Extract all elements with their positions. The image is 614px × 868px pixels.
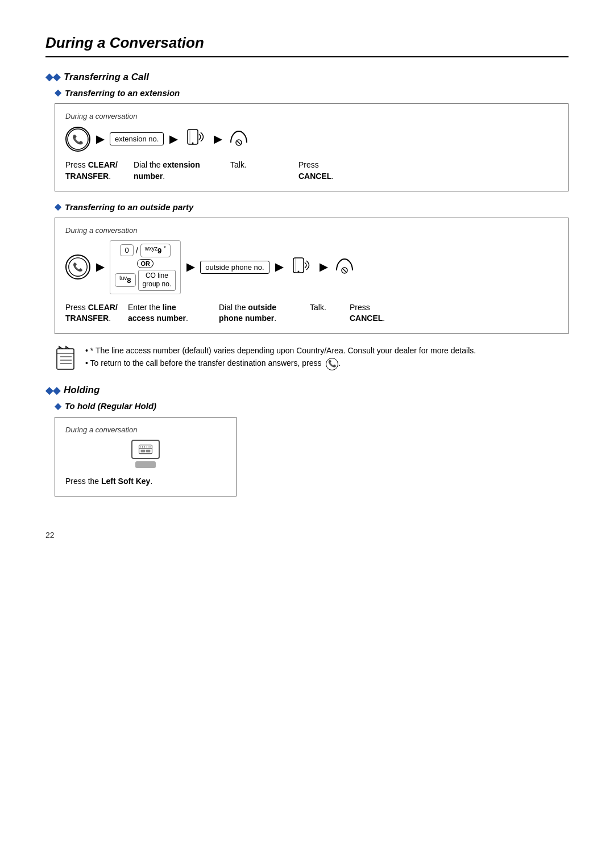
talk-icon-2	[289, 254, 314, 280]
page-number: 22	[45, 531, 569, 540]
caption-clear-transfer: Press CLEAR/TRANSFER.	[65, 160, 134, 182]
key-8-btn: tuv8	[115, 273, 136, 286]
hold-diagram-label: During a conversation	[65, 425, 226, 434]
talk-svg-2	[289, 254, 314, 276]
section-holding-header: ◆◆ Holding	[45, 385, 569, 397]
hold-icon-area	[65, 440, 226, 468]
caption-dial-extension: Dial the extensionnumber.	[134, 160, 230, 182]
notepad-svg	[55, 345, 77, 370]
extension-no-button: extension no.	[110, 132, 164, 145]
arrow-4: ▶	[96, 261, 104, 273]
section-holding-label: Holding	[64, 385, 99, 396]
diamonds-icon: ◆◆	[45, 71, 60, 83]
slash-sep: /	[136, 245, 138, 255]
caption-talk-1: Talk.	[230, 160, 298, 171]
diamond-icon-hold: ◆	[55, 401, 61, 411]
outside-diagram-label: During a conversation	[65, 226, 558, 235]
section-transferring-label: Transferring a Call	[64, 72, 149, 83]
svg-rect-19	[139, 445, 152, 453]
extension-flow-row: 📞 ▶ extension no. ▶ ▶	[65, 126, 558, 152]
hold-diagram-box: During a conversation P	[55, 417, 237, 497]
cancel-svg-1	[227, 127, 250, 148]
cancel-icon-1	[227, 127, 250, 152]
caption-enter-line: Enter the lineaccess number.	[128, 302, 219, 324]
sub-section-outside-label: Transferring to an outside party	[65, 202, 193, 212]
clear-transfer-phone-icon: 📞	[65, 127, 90, 152]
key-bottom: tuv8 CO line group no.	[115, 270, 176, 291]
sub-section-hold-label: To hold (Regular Hold)	[65, 401, 156, 411]
svg-rect-14	[57, 349, 74, 369]
extension-diagram-label: During a conversation	[65, 112, 558, 120]
cancel-icon-2	[333, 254, 356, 279]
phone-svg-2: 📞	[68, 257, 88, 277]
arrow-1: ▶	[96, 133, 104, 145]
phone-icon-inline: 📞	[326, 358, 338, 370]
phone-svg-1: 📞	[67, 128, 89, 151]
note-icon	[55, 345, 77, 374]
svg-text:📞: 📞	[72, 134, 84, 145]
outside-phone-no-button: outside phone no.	[200, 261, 269, 274]
svg-text:📞: 📞	[73, 262, 83, 273]
arrow-2: ▶	[169, 133, 177, 145]
talk-svg-1	[183, 126, 208, 148]
key-group-outside: 0 / wxyz9 * OR tuv8 CO line group no.	[110, 240, 181, 294]
arrow-5: ▶	[186, 261, 194, 273]
hold-gray-button	[135, 461, 156, 468]
diamond-icon-outside: ◆	[55, 202, 61, 212]
svg-rect-9	[293, 258, 304, 273]
caption-talk-2: Talk.	[310, 302, 350, 314]
sub-section-outside: ◆ Transferring to an outside party	[55, 202, 569, 212]
or-badge: OR	[137, 259, 154, 268]
svg-rect-22	[146, 450, 151, 453]
caption-press-cancel-1: PressCANCEL.	[298, 160, 334, 182]
notes-box: • * The line access number (default) var…	[55, 344, 569, 374]
sub-section-extension: ◆ Transferring to an extension	[55, 87, 569, 98]
key-top: 0 / wxyz9 *	[120, 244, 170, 257]
soft-key-svg	[138, 443, 153, 456]
arrow-6: ▶	[275, 261, 283, 273]
svg-line-13	[343, 269, 346, 272]
key-0-btn: 0	[120, 244, 133, 256]
talk-icon-1	[183, 126, 208, 152]
diamonds-icon-2: ◆◆	[45, 385, 60, 397]
cancel-svg-2	[333, 254, 356, 276]
svg-point-4	[192, 143, 194, 144]
outside-diagram-box: During a conversation 📞 ▶ 0 / wxyz9 * O	[55, 218, 569, 334]
key-9-btn: wxyz9 *	[140, 244, 171, 257]
section-transferring: ◆◆ Transferring a Call	[45, 71, 569, 83]
svg-line-6	[237, 141, 240, 144]
caption-clear-transfer-2: Press CLEAR/TRANSFER.	[65, 302, 128, 324]
extension-caption-row: Press CLEAR/TRANSFER. Dial the extension…	[65, 160, 558, 182]
diamond-icon-ext: ◆	[55, 87, 61, 98]
caption-dial-outside: Dial the outsidephone number.	[219, 302, 310, 324]
outside-caption-row: Press CLEAR/TRANSFER. Enter the lineacce…	[65, 302, 558, 324]
section-holding: ◆◆ Holding ◆ To hold (Regular Hold) Duri…	[45, 385, 569, 497]
arrow-3: ▶	[214, 133, 222, 145]
left-soft-key-icon	[131, 440, 160, 459]
svg-rect-21	[141, 450, 146, 453]
caption-press-cancel-2: PressCANCEL.	[350, 302, 385, 324]
page-title: During a Conversation	[45, 34, 569, 57]
arrow-7: ▶	[320, 261, 327, 273]
hold-caption: Press the Left Soft Key.	[65, 476, 226, 487]
sub-section-regular-hold: ◆ To hold (Regular Hold)	[55, 401, 569, 411]
svg-point-11	[297, 270, 299, 272]
clear-transfer-phone-icon-2: 📞	[65, 254, 90, 279]
co-line-box: CO line group no.	[138, 270, 176, 291]
outside-flow-row: 📞 ▶ 0 / wxyz9 * OR tuv8 C	[65, 240, 558, 294]
note-2-text: • To return to the call before the trans…	[85, 357, 476, 370]
extension-diagram-box: During a conversation 📞 ▶ extension no. …	[55, 103, 569, 191]
note-1-text: • * The line access number (default) var…	[85, 344, 476, 357]
svg-rect-2	[188, 130, 198, 144]
sub-section-extension-label: Transferring to an extension	[65, 88, 180, 98]
notes-content: • * The line access number (default) var…	[85, 344, 476, 370]
